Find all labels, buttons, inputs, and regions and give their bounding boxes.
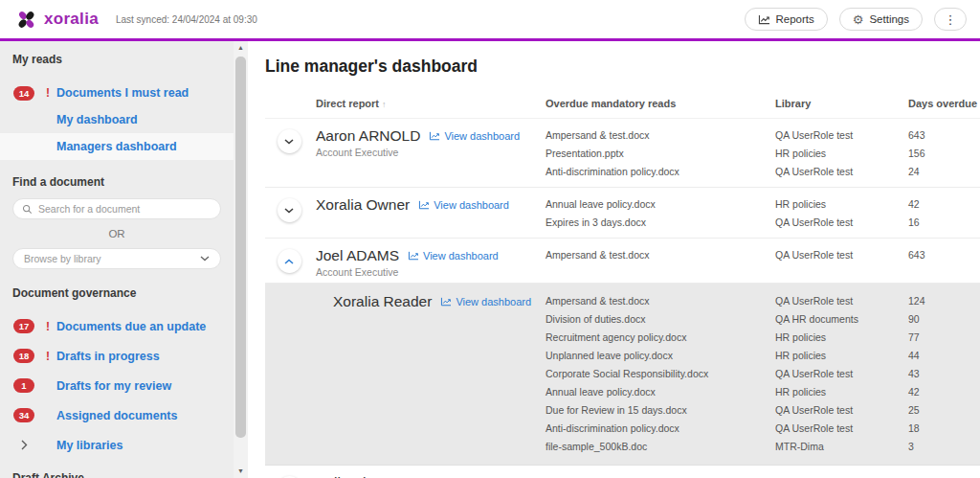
days-overdue-value: 42 xyxy=(908,384,980,402)
days-overdue-value: 643 xyxy=(908,247,980,278)
view-dashboard-label: View dashboard xyxy=(423,250,499,262)
view-dashboard-link[interactable]: View dashboard xyxy=(408,250,499,262)
sidebar-item-label: Drafts in progress xyxy=(56,350,160,363)
count-badge: 14 xyxy=(13,86,34,101)
kebab-icon: ⋮ xyxy=(945,12,957,27)
direct-report-role: Account Executive xyxy=(316,266,546,278)
direct-report-name: Aaron ARNOLD xyxy=(316,127,420,145)
draft-archive-section: Draft Archive Browse by library xyxy=(0,471,234,478)
library-name: QA UserRole test xyxy=(775,247,908,278)
sidebar-item-my-libraries[interactable]: My libraries xyxy=(0,430,234,460)
main-content: Line manager's dashboard Direct report ↑… xyxy=(248,41,980,478)
chevron-right-icon xyxy=(12,440,35,450)
xoralia-logo: xoralia xyxy=(15,9,99,31)
sidebar-item-my-dashboard[interactable]: My dashboard xyxy=(0,106,234,133)
find-document-heading: Find a document xyxy=(0,175,234,189)
table-header: Direct report ↑ Overdue mandatory reads … xyxy=(265,98,980,119)
count-badge: 34 xyxy=(13,408,34,422)
view-dashboard-label: View dashboard xyxy=(434,199,509,211)
days-overdue-value: 44 xyxy=(908,348,980,366)
days-overdue-value: - xyxy=(908,474,980,478)
document-search-box xyxy=(12,198,221,219)
view-dashboard-label: View dashboard xyxy=(456,296,531,307)
direct-report-row: Xoralia OwnerView dashboardAnnual leave … xyxy=(265,188,980,239)
overdue-reads-list: Ampersand & test.docxQA UserRole test643… xyxy=(546,127,980,182)
library-name: HR policies xyxy=(775,348,908,366)
direct-report-row: Joel ADAMSView dashboardAccount Executiv… xyxy=(265,239,980,284)
browse-by-library-dropdown[interactable]: Browse by library xyxy=(12,248,221,269)
count-badge: 18 xyxy=(13,349,34,363)
find-document-section: Find a document OR Browse by library xyxy=(0,175,234,269)
column-header-library[interactable]: Library xyxy=(775,98,908,109)
column-header-direct-report[interactable]: Direct report ↑ xyxy=(313,98,546,109)
sidebar-item-drafts-for-my-review[interactable]: 1 Drafts for my review xyxy=(0,371,234,400)
library-name: QA UserRole test xyxy=(775,421,908,439)
sidebar-scrollbar[interactable]: ▲ ▼ xyxy=(234,41,248,478)
days-overdue-value: 124 xyxy=(908,293,980,311)
library-name: - xyxy=(775,474,908,478)
library-name: QA UserRole test xyxy=(775,164,908,182)
library-name: QA HR documents xyxy=(775,311,908,330)
scroll-down-arrow[interactable]: ▼ xyxy=(234,465,248,478)
count-badge: 1 xyxy=(13,378,34,393)
page-title: Line manager's dashboard xyxy=(265,41,980,77)
overdue-doc-name: Annual leave policy.docx xyxy=(546,196,775,215)
app-window: xoralia Last synced: 24/04/2024 at 09:30… xyxy=(0,0,980,478)
direct-report-role: Account Executive xyxy=(316,147,546,158)
logo-text: xoralia xyxy=(44,10,99,29)
sidebar-item-assigned-documents[interactable]: 34 Assigned documents xyxy=(0,400,234,430)
sidebar-item-drafts-in-progress[interactable]: 18 ! Drafts in progress xyxy=(0,341,234,371)
column-header-overdue-reads[interactable]: Overdue mandatory reads xyxy=(546,98,775,109)
chart-icon xyxy=(440,297,452,307)
sidebar-item-label: Managers dashboard xyxy=(56,140,177,153)
more-options-button[interactable]: ⋮ xyxy=(934,8,967,31)
chart-icon xyxy=(408,251,419,261)
sidebar-item-documents-due-an-update[interactable]: 17 ! Documents due an update xyxy=(0,311,234,341)
library-name: HR policies xyxy=(775,330,908,348)
overdue-doc-name: None xyxy=(546,474,775,478)
collapse-row-button[interactable] xyxy=(278,249,301,273)
overdue-reads-list: Ampersand & test.docxQA UserRole test643 xyxy=(546,247,980,278)
chevron-down-icon xyxy=(200,256,210,262)
direct-report-row: Kelly ChanView dashboardNone-- xyxy=(265,466,980,478)
library-name: QA UserRole test xyxy=(775,293,908,311)
sidebar-item-documents-i-must-read[interactable]: 14 ! Documents I must read xyxy=(0,80,234,106)
overdue-doc-name: Annual leave policy.docx xyxy=(546,384,775,402)
my-reads-section: My reads 14 ! Documents I must read My d… xyxy=(0,41,234,160)
overdue-reads-list: Annual leave policy.docxHR policies42Exp… xyxy=(546,196,980,233)
reports-button[interactable]: Reports xyxy=(745,8,828,31)
column-header-days-overdue[interactable]: Days overdue xyxy=(908,98,980,109)
view-dashboard-link[interactable]: View dashboard xyxy=(418,199,509,211)
view-dashboard-link[interactable]: View dashboard xyxy=(440,296,531,307)
sidebar-item-label: My dashboard xyxy=(56,113,138,126)
days-overdue-value: 90 xyxy=(908,311,980,330)
overdue-doc-name: Ampersand & test.docx xyxy=(546,293,775,311)
last-synced-text: Last synced: 24/04/2024 at 09:30 xyxy=(116,14,257,25)
scrollbar-thumb[interactable] xyxy=(235,57,246,438)
expand-row-button[interactable] xyxy=(278,198,301,222)
view-dashboard-label: View dashboard xyxy=(444,130,520,142)
expand-row-button[interactable] xyxy=(278,129,301,153)
overdue-doc-name: Ampersand & test.docx xyxy=(546,247,775,278)
library-name: HR policies xyxy=(775,384,908,402)
flower-logo-icon xyxy=(15,9,37,31)
alert-icon: ! xyxy=(43,86,53,100)
sidebar-item-managers-dashboard[interactable]: Managers dashboard xyxy=(0,133,234,160)
settings-button[interactable]: ⚙ Settings xyxy=(839,8,923,31)
sidebar: My reads 14 ! Documents I must read My d… xyxy=(0,41,234,478)
days-overdue-value: 3 xyxy=(908,439,980,457)
overdue-doc-name: Presentation.pptx xyxy=(546,146,775,164)
library-name: QA UserRole test xyxy=(775,366,908,384)
overdue-doc-name: Anti-discrimination policy.docx xyxy=(546,421,775,439)
chart-icon xyxy=(758,14,770,25)
sidebar-item-label: My libraries xyxy=(56,439,122,452)
library-name: QA UserRole test xyxy=(775,402,908,421)
alert-icon: ! xyxy=(43,320,53,333)
direct-report-row: Aaron ARNOLDView dashboardAccount Execut… xyxy=(265,119,980,188)
search-input[interactable] xyxy=(38,203,212,215)
days-overdue-value: 43 xyxy=(908,366,980,384)
direct-report-name: Xoralia Owner xyxy=(316,196,410,214)
alert-icon: ! xyxy=(43,350,53,363)
scroll-up-arrow[interactable]: ▲ xyxy=(234,41,248,55)
view-dashboard-link[interactable]: View dashboard xyxy=(429,130,520,142)
